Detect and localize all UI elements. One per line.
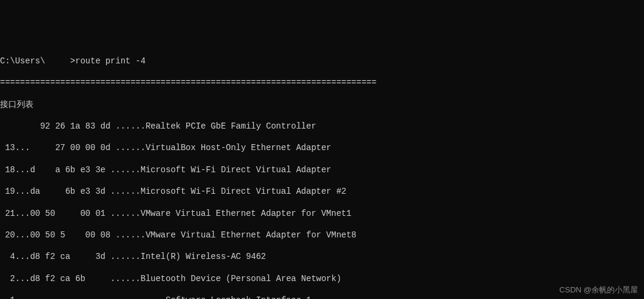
interface-row: 2...d8 f2 ca 6b ......Bluetooth Device (… — [0, 273, 644, 284]
interface-row: 1................... ......Software Loop… — [0, 295, 644, 299]
interface-row: 92 26 1a 83 dd ......Realtek PCIe GbE Fa… — [0, 121, 644, 132]
interface-row: 20...00 50 5 00 08 ......VMware Virtual … — [0, 230, 644, 240]
command-prompt: C:\Users\ >route print -4 — [0, 56, 644, 66]
terminal-output: C:\Users\ >route print -4 ==============… — [0, 44, 644, 299]
watermark: CSDN @余帆的小黑屋 — [559, 285, 638, 295]
interface-row: 18...d a 6b e3 3e ......Microsoft Wi-Fi … — [0, 164, 644, 175]
interface-row: 13... 27 00 00 0d ......VirtualBox Host-… — [0, 142, 644, 153]
interface-row: 4...d8 f2 ca 3d ......Intel(R) Wireless-… — [0, 251, 644, 262]
interface-row: 19...da 6b e3 3d ......Microsoft Wi-Fi D… — [0, 186, 644, 197]
interface-row: 21...00 50 00 01 ......VMware Virtual Et… — [0, 208, 644, 219]
divider: ========================================… — [0, 77, 644, 88]
interface-list-header: 接口列表 — [0, 99, 644, 110]
